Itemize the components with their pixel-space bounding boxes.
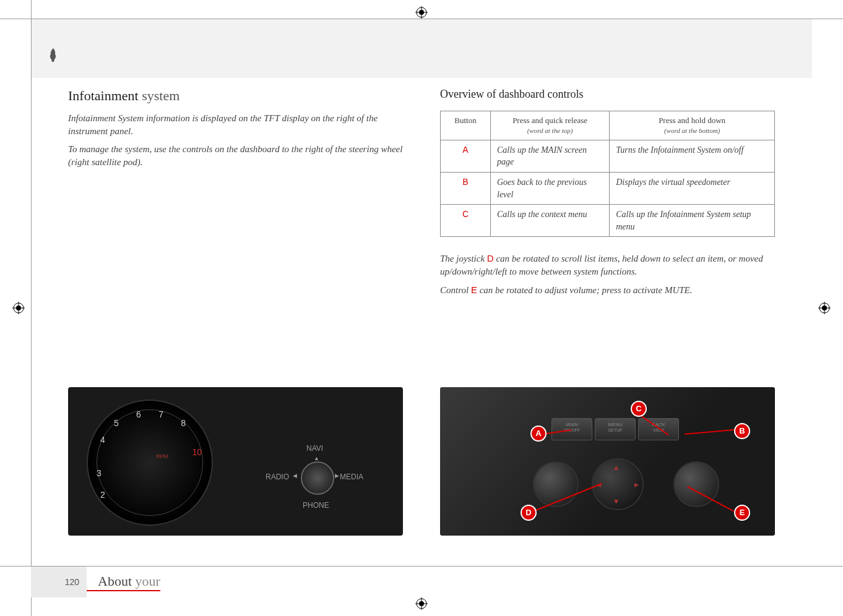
callout-letter: E bbox=[471, 284, 477, 295]
button-letter: B bbox=[441, 172, 491, 204]
instrument-cluster-image: 2 3 4 5 6 7 8 10 RPM NAVI RADIO MEDIA PH… bbox=[68, 387, 403, 536]
callout-letter: D bbox=[487, 253, 494, 263]
press-action: Calls up the MAIN screen page bbox=[491, 140, 610, 172]
subsection-heading: Overview of dashboard controls bbox=[440, 87, 775, 102]
chevron-left-icon: ◀ bbox=[293, 473, 297, 479]
joystick-paragraph: The joystick D can be rotated to scroll … bbox=[440, 252, 775, 278]
nav-joystick bbox=[301, 461, 334, 495]
paragraph: To manage the system, use the controls o… bbox=[68, 143, 403, 169]
rpm-label: RPM bbox=[156, 453, 168, 460]
header-band bbox=[32, 19, 812, 78]
nav-label-media: MEDIA bbox=[340, 473, 363, 481]
page-number: 120 bbox=[31, 567, 87, 597]
arrow-down-icon: ▾ bbox=[614, 496, 618, 507]
chevron-up-icon: ▲ bbox=[314, 455, 319, 461]
press-action: Goes back to the previous level bbox=[491, 172, 610, 204]
callout-c: C bbox=[631, 401, 647, 417]
registration-mark-icon bbox=[12, 302, 25, 314]
table-header-button: Button bbox=[441, 111, 491, 140]
dashboard-controls-image: MAINON/OFF MENUSETUP BACKVIEW ▴ ◂ ▸ ▾ bbox=[440, 387, 775, 536]
hold-action: Turns the Infotainment System on/off bbox=[610, 140, 775, 172]
table-row: B Goes back to the previous level Displa… bbox=[441, 172, 775, 204]
table-row: A Calls up the MAIN screen page Turns th… bbox=[441, 140, 775, 172]
nav-label-phone: PHONE bbox=[303, 501, 329, 510]
hold-action: Displays the virtual speedometer bbox=[610, 172, 775, 204]
heading-sub: system bbox=[142, 88, 179, 103]
registration-mark-icon bbox=[415, 597, 428, 610]
left-knob bbox=[533, 461, 579, 507]
section-title: About your bbox=[87, 573, 160, 591]
callout-d: D bbox=[521, 505, 537, 521]
page-footer: 120 About your bbox=[31, 567, 812, 597]
heading-main: Overview bbox=[440, 88, 484, 100]
ferrari-horse-icon bbox=[47, 47, 59, 63]
table-header-press: Press and quick release(word at the top) bbox=[491, 111, 610, 140]
chevron-right-icon: ▶ bbox=[335, 473, 339, 479]
paragraph: Infotainment System information is displ… bbox=[68, 112, 403, 138]
hold-action: Calls up the Infotainment System setup m… bbox=[610, 205, 775, 237]
nav-label-radio: RADIO bbox=[266, 473, 289, 481]
controls-table: Button Press and quick release(word at t… bbox=[440, 111, 775, 237]
button-letter: C bbox=[441, 205, 491, 237]
nav-pad: NAVI RADIO MEDIA PHONE ▲ ◀ ▶ bbox=[267, 437, 366, 523]
registration-mark-icon bbox=[415, 6, 428, 19]
tachometer-gauge: 2 3 4 5 6 7 8 10 RPM bbox=[87, 400, 213, 526]
trim-line-vertical bbox=[31, 0, 32, 616]
images-row: 2 3 4 5 6 7 8 10 RPM NAVI RADIO MEDIA PH… bbox=[68, 387, 775, 536]
section-heading: Infotainment system bbox=[68, 87, 403, 106]
press-action: Calls up the context menu bbox=[491, 205, 610, 237]
page-frame: Infotainment system Infotainment System … bbox=[31, 19, 812, 597]
main-button: MAINON/OFF bbox=[551, 418, 592, 440]
table-header-hold: Press and hold down(word at the bottom) bbox=[610, 111, 775, 140]
control-paragraph: Control E can be rotated to adjust volum… bbox=[440, 283, 775, 297]
registration-mark-icon bbox=[818, 302, 831, 314]
heading-main: Infotainment bbox=[68, 88, 139, 103]
menu-button: MENUSETUP bbox=[595, 418, 636, 440]
arrow-up-icon: ▴ bbox=[614, 462, 618, 473]
callout-e: E bbox=[734, 505, 750, 521]
heading-sub: of dashboard controls bbox=[486, 88, 583, 100]
button-letter: A bbox=[441, 140, 491, 172]
callout-b: B bbox=[734, 423, 750, 439]
arrow-right-icon: ▸ bbox=[634, 479, 639, 490]
callout-a: A bbox=[530, 426, 547, 442]
nav-label-navi: NAVI bbox=[306, 444, 323, 453]
table-row: C Calls up the context menu Calls up the… bbox=[441, 205, 775, 237]
